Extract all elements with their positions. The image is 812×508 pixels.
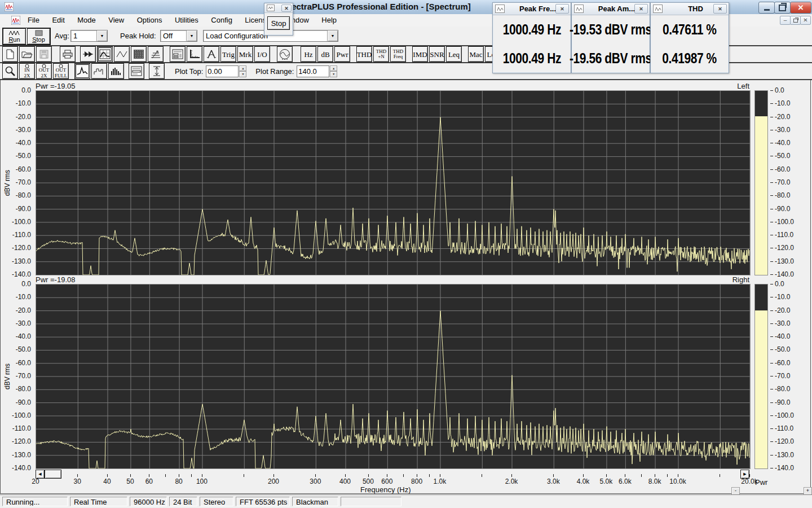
meter-tick-label: -90.0 xyxy=(775,205,790,213)
macro-button[interactable]: Mac xyxy=(468,46,484,62)
peak-hold-combobox[interactable]: Off ▼ xyxy=(160,30,197,42)
meter-tick xyxy=(770,336,773,337)
plot-top-spinner[interactable]: ▲▼ xyxy=(239,65,246,77)
load-config-dropdown-icon[interactable]: ▼ xyxy=(327,30,338,41)
display-options-button[interactable] xyxy=(170,46,186,62)
surface-view-button[interactable] xyxy=(148,46,164,62)
plot-range-input[interactable] xyxy=(297,65,329,77)
minimize-button[interactable] xyxy=(758,2,775,14)
meter-tick xyxy=(770,415,773,416)
plot-top-up-icon[interactable]: ▲ xyxy=(239,65,246,72)
x-tick xyxy=(315,474,316,477)
menu-item-options[interactable]: Options xyxy=(132,14,167,27)
x-tick xyxy=(179,474,179,477)
thd-titlebar[interactable]: THD ✕ xyxy=(651,3,729,15)
thd-close-button[interactable]: ✕ xyxy=(713,4,727,14)
menu-item-view[interactable]: View xyxy=(103,14,129,27)
spectrum-plot-left[interactable] xyxy=(36,90,751,275)
open-file-button[interactable] xyxy=(19,46,35,62)
peak-amplitude-window: Peak Am... ✕ -19.53 dBV rms -19.56 dBV r… xyxy=(571,2,650,73)
menu-item-utilities[interactable]: Utilities xyxy=(170,14,204,27)
hscroll-thumb[interactable] xyxy=(45,470,61,479)
leq-button[interactable]: Leq xyxy=(446,46,462,62)
calipers-button[interactable] xyxy=(204,46,219,62)
peak-amplitude-titlebar[interactable]: Peak Am... ✕ xyxy=(572,3,650,15)
plot-top-down-icon[interactable]: ▼ xyxy=(239,71,246,77)
menu-item-mode[interactable]: Mode xyxy=(72,14,101,27)
line-plot-button[interactable] xyxy=(74,63,90,79)
pwr-units-button[interactable]: Pwr xyxy=(334,46,350,62)
spectrum-view-button[interactable] xyxy=(97,46,113,62)
peak-frequency-titlebar[interactable]: Peak Fre... ✕ xyxy=(493,3,571,15)
x-tick-label: 2.0k xyxy=(505,478,518,485)
peak-frequency-close-button[interactable]: ✕ xyxy=(555,4,569,14)
meter-tick xyxy=(770,169,773,170)
zoom-out-full-button[interactable]: OUTFULL xyxy=(53,63,69,79)
plot-options-button[interactable] xyxy=(129,63,144,79)
spectrum-plot-right[interactable] xyxy=(36,284,751,469)
stop-button[interactable]: Stop xyxy=(27,28,50,45)
stop-window-close-button[interactable]: ✕ xyxy=(281,5,292,12)
mdi-close-button[interactable]: ✕ xyxy=(800,16,811,25)
run-button[interactable]: Run xyxy=(3,28,26,45)
imd-button[interactable]: IMD xyxy=(412,46,428,62)
x-tick xyxy=(345,474,346,477)
meter-tick-label: -50.0 xyxy=(775,152,790,160)
thd-n-button[interactable]: THD+N xyxy=(373,46,389,62)
menu-item-edit[interactable]: Edit xyxy=(47,14,69,27)
plot-range-up-icon[interactable]: ▲ xyxy=(330,65,337,72)
mini-window-icon xyxy=(653,5,663,13)
x-tick-label: 30 xyxy=(74,478,81,485)
scales-button[interactable] xyxy=(187,46,202,62)
marker-button[interactable]: Mrk xyxy=(237,46,253,62)
plot-range-down-icon[interactable]: ▼ xyxy=(330,71,337,77)
avg-combobox[interactable]: 1 ▼ xyxy=(70,30,108,42)
save-floppy-icon xyxy=(39,50,48,59)
zoom-in-2x-button[interactable]: IN2X xyxy=(19,63,35,79)
spectrum-trace-svg-left xyxy=(36,91,750,275)
vertical-scale-button[interactable] xyxy=(149,63,165,79)
menu-item-file[interactable]: File xyxy=(23,14,45,27)
close-button[interactable]: ✕ xyxy=(790,2,811,14)
menu-item-help[interactable]: Help xyxy=(316,14,342,27)
plot-top-input[interactable] xyxy=(206,65,239,77)
hzoom-minus-button[interactable]: - xyxy=(731,487,740,495)
plot-range-spinner[interactable]: ▲▼ xyxy=(330,65,337,77)
step-plot-button[interactable] xyxy=(91,63,107,79)
new-file-button[interactable] xyxy=(2,46,18,62)
save-button[interactable] xyxy=(36,46,52,62)
restore-button[interactable] xyxy=(774,2,791,14)
thd-freq-button[interactable]: THDFreq xyxy=(390,46,406,62)
hzoom-plus-button[interactable]: + xyxy=(804,487,812,495)
spectrogram-view-button[interactable] xyxy=(131,46,147,62)
peak-hold-label: Peak Hold: xyxy=(120,32,156,40)
y-tick-label: -110.0 xyxy=(5,424,31,432)
bar-plot-button[interactable] xyxy=(108,63,124,79)
stop-window-titlebar[interactable]: ✕ xyxy=(264,3,293,13)
snr-button[interactable]: SNR xyxy=(429,46,445,62)
trigger-button[interactable]: Trig xyxy=(220,46,236,62)
zoom-button[interactable] xyxy=(2,63,18,79)
waveform-view-button[interactable] xyxy=(114,46,130,62)
zoom-out-2x-button[interactable]: OUT2X xyxy=(36,63,52,79)
peak-amplitude-close-button[interactable]: ✕ xyxy=(634,4,648,14)
y-tick-label: -80.0 xyxy=(5,385,31,393)
print-button[interactable] xyxy=(60,46,76,62)
meter-tick-label: -130.0 xyxy=(775,451,794,459)
hz-units-button[interactable]: Hz xyxy=(301,46,316,62)
avg-dropdown-icon[interactable]: ▼ xyxy=(96,30,107,41)
signal-generator-button[interactable] xyxy=(277,46,293,62)
peak-hold-dropdown-icon[interactable]: ▼ xyxy=(186,30,197,41)
mdi-restore-button[interactable] xyxy=(790,16,801,25)
menu-item-config[interactable]: Config xyxy=(206,14,237,27)
thd-button[interactable]: THD xyxy=(356,46,372,62)
db-units-button[interactable]: dB xyxy=(317,46,333,62)
stop-action-button[interactable]: Stop xyxy=(267,16,290,30)
y-tick-label: -100.0 xyxy=(5,218,31,226)
playback-processing-button[interactable] xyxy=(80,46,96,62)
x-tick xyxy=(368,474,369,477)
io-button[interactable]: I/O xyxy=(254,46,270,62)
mdi-minimize-button[interactable]: – xyxy=(780,16,791,25)
x-tick xyxy=(749,474,750,477)
y-tick-label: -130.0 xyxy=(5,257,31,265)
